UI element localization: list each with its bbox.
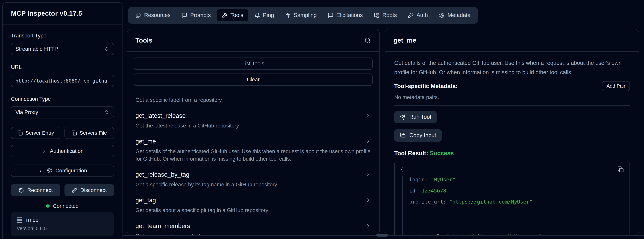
tab-bar: Resources Prompts Tools Ping Sampling <box>128 7 478 24</box>
tool-list-item-get_release_by_tag[interactable]: get_release_by_tag Get a specific releas… <box>134 171 372 188</box>
tool-result-status: Success <box>430 150 454 156</box>
tool-description: Get the latest release in a GitHub repos… <box>136 122 371 129</box>
server-info-card: rmcp Version: 0.8.5 <box>11 212 114 236</box>
server-icon <box>17 217 22 223</box>
tab-resources[interactable]: Resources <box>131 9 176 21</box>
key-icon <box>408 12 414 18</box>
json-key: avatar_url <box>409 234 440 235</box>
tools-panel: Tools List Tools Clear Get a specific la… <box>127 29 380 235</box>
selected-tool-title: get_me <box>394 37 416 44</box>
message-square-icon <box>328 12 334 18</box>
disconnect-label: Disconnect <box>80 187 106 193</box>
copy-input-label: Copy Input <box>410 132 436 138</box>
tab-roots[interactable]: Roots <box>369 9 402 21</box>
tool-result-label: Tool Result: Success <box>394 150 630 157</box>
chevron-right-icon <box>365 223 371 229</box>
json-value: 12345678 <box>422 188 446 194</box>
clear-button[interactable]: Clear <box>134 74 372 86</box>
tool-item-partial-description: Get a specific label from a repository. <box>134 96 372 104</box>
server-entry-button[interactable]: Server Entry <box>11 127 60 139</box>
unplug-icon <box>72 188 77 193</box>
files-icon <box>136 12 141 18</box>
chevron-right-icon <box>365 113 371 119</box>
tab-ping[interactable]: Ping <box>250 9 279 21</box>
tab-label: Prompts <box>190 12 211 18</box>
configuration-toggle[interactable]: Configuration <box>11 165 114 177</box>
message-square-icon <box>182 12 187 18</box>
tab-tools[interactable]: Tools <box>217 9 248 21</box>
chevron-right-icon <box>365 172 371 177</box>
tab-auth[interactable]: Auth <box>403 9 433 21</box>
app-title: MCP Inspector v0.17.5 <box>11 10 114 17</box>
tab-label: Resources <box>144 12 170 18</box>
servers-file-label: Servers File <box>80 130 107 136</box>
tab-prompts[interactable]: Prompts <box>177 9 216 21</box>
tab-metadata[interactable]: Metadata <box>434 9 476 21</box>
tab-label: Ping <box>263 12 274 18</box>
copy-input-button[interactable]: Copy Input <box>394 129 442 142</box>
tool-result-json-viewer: { login: "MyUser" id: 12345678 profile_u… <box>394 161 630 235</box>
rotate-ccw-icon <box>18 188 24 193</box>
json-row-login[interactable]: login: "MyUser" <box>409 176 624 183</box>
reconnect-button[interactable]: Reconnect <box>11 184 60 196</box>
connection-type-label: Connection Type <box>11 96 114 102</box>
send-icon <box>400 114 406 120</box>
mcp-inspector-app: MCP Inspector v0.17.5 Transport Type Str… <box>0 0 644 239</box>
chevron-right-icon <box>365 197 371 203</box>
search-icon[interactable] <box>364 37 371 44</box>
tab-sampling[interactable]: Sampling <box>280 9 322 21</box>
transport-type-select[interactable]: Streamable HTTP <box>11 43 114 55</box>
run-tool-button[interactable]: Run Tool <box>394 111 437 123</box>
panel-resize-handle[interactable] <box>376 234 388 237</box>
json-value: "https://github.com/MyUser.png" <box>446 234 542 235</box>
servers-file-button[interactable]: Servers File <box>64 127 114 139</box>
tool-list-item-get_tag[interactable]: get_tag Get details about a specific git… <box>134 196 372 214</box>
tool-name: get_team_members <box>136 222 190 230</box>
screen: MCP Inspector v0.17.5 Transport Type Str… <box>0 0 644 242</box>
tool-list-item-get_team_members[interactable]: get_team_members Get members of a specif… <box>134 222 372 235</box>
json-tree: login: "MyUser" id: 12345678 profile_url… <box>402 176 624 235</box>
server-version: Version: 0.8.5 <box>17 226 108 231</box>
tool-description: Get a specific release by its tag name i… <box>136 181 371 188</box>
tab-label: Roots <box>382 12 397 18</box>
json-value: "MyUser" <box>431 177 456 183</box>
run-tool-label: Run Tool <box>410 114 431 120</box>
json-row-profile-url[interactable]: profile_url: "https://github.com/MyUser" <box>409 198 624 205</box>
tool-list-item-get_latest_release[interactable]: get_latest_release Get the latest releas… <box>134 112 372 129</box>
chevron-right-icon <box>38 168 43 173</box>
url-input[interactable] <box>11 75 114 87</box>
connection-status: Connected <box>11 203 114 209</box>
json-row-id[interactable]: id: 12345678 <box>409 187 624 194</box>
tool-name: get_tag <box>136 196 156 204</box>
settings-icon <box>439 12 445 18</box>
copy-result-icon[interactable] <box>618 166 624 172</box>
chevron-right-icon <box>365 138 371 144</box>
connected-dot <box>46 204 50 208</box>
tab-elicitations[interactable]: Elicitations <box>323 9 368 21</box>
configuration-label: Configuration <box>56 168 87 174</box>
chevron-right-icon <box>41 148 46 154</box>
copy-icon <box>400 132 406 138</box>
list-tools-button[interactable]: List Tools <box>134 58 372 70</box>
reconnect-label: Reconnect <box>27 187 53 193</box>
tool-description: Get details about a specific git tag in … <box>136 207 371 214</box>
tool-list-item-get_me[interactable]: get_me Get details of the authenticated … <box>134 137 372 162</box>
tab-label: Tools <box>230 12 244 18</box>
tool-detail-panel: get_me Get details of the authenticated … <box>385 29 639 235</box>
tab-label: Metadata <box>448 12 470 18</box>
add-pair-button[interactable]: Add Pair <box>602 81 630 91</box>
json-row-clipped[interactable]: avatar_url: "https://github.com/MyUser.p… <box>409 233 624 235</box>
tool-description: Get members of a specific team in an org… <box>136 232 371 235</box>
authentication-toggle[interactable]: Authentication <box>11 145 114 157</box>
tool-name: get_me <box>136 137 156 145</box>
json-value: "https://github.com/MyUser" <box>449 199 532 205</box>
json-open-brace: { <box>400 166 624 172</box>
disconnect-button[interactable]: Disconnect <box>64 184 114 196</box>
no-metadata-text: No metadata pairs. <box>394 94 630 100</box>
copy-icon <box>18 130 23 136</box>
connected-label: Connected <box>53 203 79 209</box>
connection-type-select[interactable]: Via Proxy <box>11 106 114 119</box>
hash-icon <box>285 12 291 18</box>
main-area: Resources Prompts Tools Ping Sampling <box>123 0 644 239</box>
folder-tree-icon <box>374 12 380 18</box>
